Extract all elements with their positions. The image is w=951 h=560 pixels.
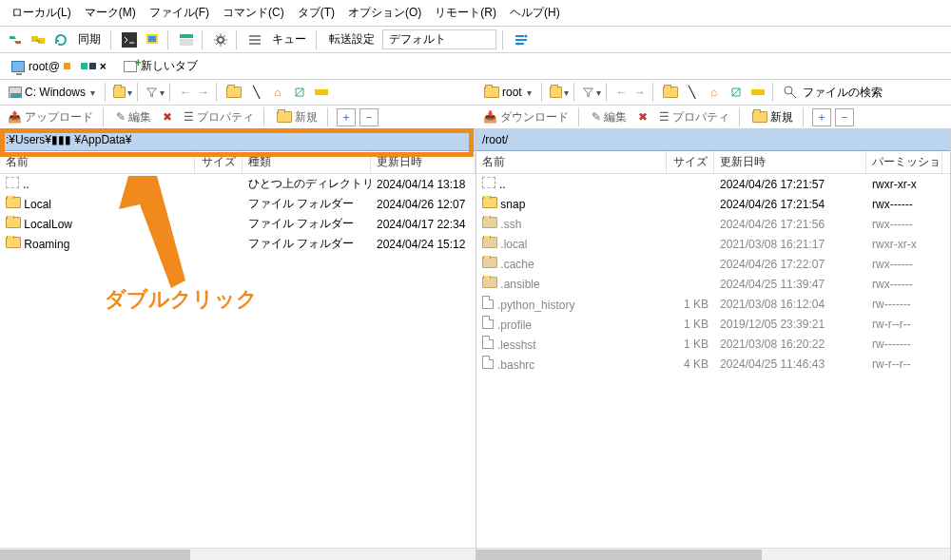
- svg-rect-2: [122, 32, 137, 48]
- local-drive-combo[interactable]: C: Windows: [4, 84, 100, 101]
- remote-root-icon[interactable]: ╲: [683, 83, 702, 102]
- putty-icon[interactable]: [143, 30, 162, 49]
- parent-dir-row[interactable]: .. ひとつ上のディレクトリ 2024/04/14 13:18: [0, 174, 476, 194]
- col-date[interactable]: 更新日時: [371, 151, 476, 173]
- close-tab-icon[interactable]: ×: [100, 60, 107, 73]
- table-row[interactable]: LocalLowファイル フォルダー2024/04/17 22:34: [0, 214, 476, 234]
- local-plus-button[interactable]: ＋: [337, 108, 356, 126]
- session-tab[interactable]: root@ ×: [6, 58, 112, 75]
- remote-back-button[interactable]: ←: [614, 86, 630, 99]
- remote-delete-button[interactable]: ✖: [634, 109, 651, 125]
- local-home-icon[interactable]: ⌂: [268, 83, 287, 102]
- remote-header: 名前 サイズ 更新日時 パーミッション: [476, 151, 950, 174]
- table-row[interactable]: .ansible2024/04/25 11:39:47rwx------: [476, 274, 950, 294]
- remote-path[interactable]: /root/: [476, 129, 950, 151]
- transfer-preset-select[interactable]: デフォルト: [382, 29, 496, 49]
- local-edit-button[interactable]: ✎ 編集: [112, 108, 155, 126]
- remote-horiz-scrollbar[interactable]: [476, 548, 950, 560]
- remote-dir-combo[interactable]: root: [479, 84, 536, 101]
- local-sync-browse-icon[interactable]: [290, 83, 309, 102]
- remote-forward-button[interactable]: →: [632, 86, 648, 99]
- svg-rect-15: [751, 89, 758, 95]
- table-row[interactable]: Roamingファイル フォルダー2024/04/24 15:12: [0, 234, 476, 254]
- local-root-icon[interactable]: ╲: [246, 83, 265, 102]
- remote-filter-icon[interactable]: [582, 83, 601, 102]
- local-path[interactable]: :¥Users¥▮▮▮ ¥AppData¥: [0, 129, 476, 151]
- menu-remote[interactable]: リモート(R): [431, 3, 500, 23]
- transfer-settings-icon[interactable]: [512, 30, 531, 49]
- table-row[interactable]: .profile1 KB2019/12/05 23:39:21rw-r--r--: [476, 314, 950, 334]
- local-pane: :¥Users¥▮▮▮ ¥AppData¥ 名前 サイズ 種類 更新日時 .. …: [0, 129, 476, 560]
- find-icon[interactable]: [781, 83, 800, 102]
- col-type[interactable]: 種類: [243, 151, 371, 173]
- remote-open-folder-icon[interactable]: [550, 83, 569, 102]
- menu-help[interactable]: ヘルプ(H): [506, 3, 564, 23]
- local-filter-icon[interactable]: [146, 83, 165, 102]
- explorer-icon[interactable]: [177, 30, 196, 49]
- new-tab-button[interactable]: 新しいタブ: [118, 56, 204, 76]
- remote-bookmark-icon[interactable]: [748, 83, 767, 102]
- local-file-list[interactable]: .. ひとつ上のディレクトリ 2024/04/14 13:18 Localファイ…: [0, 174, 476, 560]
- table-row[interactable]: .bashrc4 KB2024/04/25 11:46:43rw-r--r--: [476, 354, 950, 374]
- col-perm[interactable]: パーミッション: [866, 151, 942, 173]
- menu-file[interactable]: ファイル(F): [146, 3, 213, 23]
- sync-label[interactable]: 同期: [74, 31, 105, 48]
- toolbar-main: 同期 キュー 転送設定 デフォルト: [0, 27, 951, 53]
- table-row[interactable]: .cache2024/04/26 17:22:07rwx------: [476, 254, 950, 274]
- local-open-folder-icon[interactable]: [113, 83, 132, 102]
- remote-new-button[interactable]: 新規: [748, 108, 797, 126]
- svg-rect-14: [321, 89, 328, 95]
- svg-point-17: [785, 87, 792, 94]
- col-size[interactable]: サイズ: [195, 151, 243, 173]
- local-minus-button[interactable]: －: [359, 108, 378, 126]
- menu-mark[interactable]: マーク(M): [81, 3, 140, 23]
- terminal-icon[interactable]: [120, 30, 139, 49]
- disk-icon: [9, 87, 22, 98]
- col-date[interactable]: 更新日時: [714, 151, 866, 173]
- local-header: 名前 サイズ 種類 更新日時: [0, 151, 476, 174]
- svg-point-12: [517, 42, 520, 45]
- table-row[interactable]: .ssh2024/04/26 17:21:56rwx------: [476, 214, 950, 234]
- menu-tab[interactable]: タブ(T): [294, 3, 339, 23]
- remote-pane: /root/ 名前 サイズ 更新日時 パーミッション .. 2024/04/26…: [476, 129, 951, 560]
- gear-icon[interactable]: [211, 30, 230, 49]
- local-back-button[interactable]: ←: [178, 86, 193, 99]
- sync-refresh-icon[interactable]: [51, 30, 70, 49]
- table-row[interactable]: .local2021/03/08 16:21:17rwxr-xr-x: [476, 234, 950, 254]
- remote-edit-button[interactable]: ✎ 編集: [588, 108, 631, 126]
- local-ops: 📤 アップロード ✎ 編集 ✖ ☰ プロパティ 新規 ＋ －: [0, 106, 476, 129]
- table-row[interactable]: .python_history1 KB2021/03/08 16:12:04rw…: [476, 294, 950, 314]
- local-delete-button[interactable]: ✖: [159, 109, 176, 125]
- remote-minus-button[interactable]: －: [835, 108, 854, 126]
- local-horiz-scrollbar[interactable]: [0, 548, 476, 560]
- download-button[interactable]: 📥 ダウンロード: [479, 108, 573, 126]
- menu-option[interactable]: オプション(O): [344, 3, 425, 23]
- sync-folders-icon[interactable]: [29, 30, 48, 49]
- remote-props-button[interactable]: ☰ プロパティ: [655, 108, 733, 126]
- table-row[interactable]: .lesshst1 KB2021/03/08 16:20:22rw-------: [476, 334, 950, 354]
- remote-sync-browse-icon[interactable]: [727, 83, 746, 102]
- col-name[interactable]: 名前: [476, 151, 667, 173]
- upload-button[interactable]: 📤 アップロード: [4, 108, 97, 126]
- col-name[interactable]: 名前: [0, 151, 195, 173]
- remote-plus-button[interactable]: ＋: [812, 108, 831, 126]
- remote-home-icon[interactable]: ⌂: [705, 83, 724, 102]
- queue-icon[interactable]: [245, 30, 264, 49]
- local-bookmark-icon[interactable]: [312, 83, 331, 102]
- col-size[interactable]: サイズ: [667, 151, 714, 173]
- queue-label[interactable]: キュー: [268, 31, 310, 48]
- menu-local[interactable]: ローカル(L): [8, 3, 75, 23]
- parent-dir-row[interactable]: .. 2024/04/26 17:21:57 rwxr-xr-x: [476, 174, 950, 194]
- remote-up-icon[interactable]: [661, 83, 680, 102]
- menu-command[interactable]: コマンド(C): [219, 3, 288, 23]
- local-new-button[interactable]: 新規: [273, 108, 321, 126]
- local-forward-button[interactable]: →: [196, 86, 211, 99]
- local-props-button[interactable]: ☰ プロパティ: [180, 108, 258, 126]
- folder-icon: [482, 217, 497, 228]
- table-row[interactable]: Localファイル フォルダー2024/04/26 12:07: [0, 194, 476, 214]
- find-files-label[interactable]: ファイルの検索: [803, 85, 883, 101]
- remote-file-list[interactable]: .. 2024/04/26 17:21:57 rwxr-xr-x snap202…: [476, 174, 950, 560]
- table-row[interactable]: snap2024/04/26 17:21:54rwx------: [476, 194, 950, 214]
- local-up-icon[interactable]: [224, 83, 243, 102]
- sync-compare-icon[interactable]: [6, 30, 25, 49]
